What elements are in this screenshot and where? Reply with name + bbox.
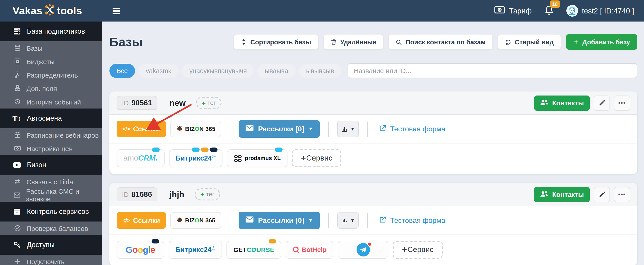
exchange-icon xyxy=(14,178,21,185)
search-contact-label: Поиск контакта по базам xyxy=(406,38,486,46)
sidebar-item-balance-check[interactable]: Проверка балансов xyxy=(0,222,102,235)
amocrm-label-1: amo xyxy=(123,154,138,162)
sidebar-item-extra-fields[interactable]: Доп. поля xyxy=(0,82,102,95)
integration-prodamus-button[interactable]: prodamus XL xyxy=(227,149,288,167)
mailings-dropdown-button[interactable]: Рассылки [0] ▼ xyxy=(239,120,320,138)
sidebar-item-tilda-link[interactable]: Связать с Tilda xyxy=(0,175,102,188)
test-form-link[interactable]: Тестовая форма xyxy=(379,124,445,134)
sidebar-item-label: Настройка цен xyxy=(26,144,73,152)
sidebar-section-service-control[interactable]: Контроль сервисов xyxy=(0,202,102,222)
notifications-button[interactable]: 10 xyxy=(544,5,554,17)
search-contact-button[interactable]: Поиск контакта по базам xyxy=(388,34,493,50)
status-badges xyxy=(152,148,160,152)
edit-base-button[interactable] xyxy=(594,187,610,202)
ellipsis-icon: ••• xyxy=(618,100,626,106)
add-service-button[interactable]: + Сервис xyxy=(292,149,342,167)
envelope-icon xyxy=(246,216,254,225)
integration-amocrm-button[interactable]: amoCRM. xyxy=(116,149,164,167)
integration-bothelp-button[interactable]: BotHelp xyxy=(286,241,334,259)
add-base-button[interactable]: Добавить базу xyxy=(566,34,637,50)
edit-base-button[interactable] xyxy=(594,95,610,110)
integration-bitrix24-button[interactable]: Битрикс24◷ xyxy=(168,241,222,259)
telegram-icon xyxy=(356,243,370,256)
divider xyxy=(328,121,329,136)
bothelp-icon xyxy=(292,246,300,253)
mailings-dropdown-button[interactable]: Рассылки [0] ▼ xyxy=(239,212,320,229)
sidebar-item-label: Подключить xyxy=(26,258,64,265)
filter-chip[interactable]: уцаеукывпацувычя xyxy=(182,64,254,78)
logo-text-1: Vakas xyxy=(12,5,42,17)
test-form-link[interactable]: Тестовая форма xyxy=(379,216,445,225)
user-label: test2 [ ID:4740 ] xyxy=(582,6,634,15)
links-button[interactable]: </> Ссылки xyxy=(116,212,166,229)
sidebar-section-bizon[interactable]: Бизон xyxy=(0,155,102,175)
bizon365-button[interactable]: BIZON 365 xyxy=(170,120,221,137)
sidebar-section-autochange[interactable]: T↕ Автосмена xyxy=(0,108,102,128)
sort-bases-button[interactable]: Сортировать базы xyxy=(234,34,318,50)
logo[interactable]: Vakas tools xyxy=(0,4,102,18)
stats-dropdown-button[interactable]: ▼ xyxy=(337,212,359,229)
more-options-button[interactable]: ••• xyxy=(614,187,630,202)
bizon365-button[interactable]: BIZON 365 xyxy=(170,212,221,229)
filter-chip[interactable]: vakasmk xyxy=(138,64,178,78)
integrations-row: Google Битрикс24◷ GETCOURSE BotHelp xyxy=(110,235,637,265)
contacts-button[interactable]: Контакты xyxy=(534,95,590,110)
caret-down-icon: ▼ xyxy=(350,127,355,131)
user-menu[interactable]: test2 [ ID:4740 ] xyxy=(566,5,634,16)
sidebar-item-distributor[interactable]: Распределитель xyxy=(0,68,102,82)
sidebar-item-label: Доп. поля xyxy=(26,84,57,92)
sidebar-item-sms-calls[interactable]: Рассылка СМС и звонков xyxy=(0,188,102,202)
divider xyxy=(230,213,230,228)
menu-toggle-button[interactable] xyxy=(112,8,120,14)
database-icon xyxy=(14,44,21,52)
sidebar-item-webinar-schedule[interactable]: Расписание вебинаров xyxy=(0,128,102,142)
integration-telegram-button[interactable] xyxy=(338,241,388,259)
ellipsis-icon: ••• xyxy=(618,192,626,197)
add-tag-button[interactable]: + тег xyxy=(195,188,220,200)
links-button[interactable]: </> Ссылки xyxy=(116,120,166,137)
filter-chip-all[interactable]: Все xyxy=(110,64,135,78)
bizon-label-b: BIZ xyxy=(185,126,195,132)
sidebar-item-price-settings[interactable]: Настройка цен xyxy=(0,142,102,155)
amocrm-label-2: CRM. xyxy=(138,154,158,162)
caret-down-icon: ▼ xyxy=(308,218,313,223)
code-icon: </> xyxy=(122,126,130,132)
sidebar-item-label: Проверка балансов xyxy=(26,224,88,232)
base-id-badge: ID 81686 xyxy=(116,188,158,201)
notifications-count-badge: 10 xyxy=(550,0,560,8)
server-rack-icon xyxy=(12,27,21,36)
google-letter: G xyxy=(126,244,132,254)
old-view-button[interactable]: Старый вид xyxy=(498,34,561,50)
tariff-link[interactable]: Тариф xyxy=(494,6,532,16)
more-options-button[interactable]: ••• xyxy=(614,95,630,110)
bizon-label-n: N xyxy=(199,217,204,224)
stats-dropdown-button[interactable]: ▼ xyxy=(337,120,359,137)
sidebar-item-connect[interactable]: Подключить xyxy=(0,255,102,265)
integration-getcourse-button[interactable]: GETCOURSE xyxy=(227,241,281,259)
bizon-label-num: 365 xyxy=(204,126,215,132)
add-service-button[interactable]: + Сервис xyxy=(393,241,443,259)
plus-icon: + xyxy=(202,99,206,107)
sidebar-section-accesses[interactable]: Доступы xyxy=(0,235,102,255)
integration-google-button[interactable]: Google xyxy=(116,241,164,259)
page-title: Базы xyxy=(110,35,142,49)
integration-bitrix24-button[interactable]: Битрикс24◷ xyxy=(169,149,222,167)
base-search-input[interactable] xyxy=(348,63,637,78)
sidebar-section-subscriber-base[interactable]: База подписчиков xyxy=(0,22,102,41)
deleted-bases-button[interactable]: Удалённые xyxy=(323,34,384,50)
sort-bases-label: Сортировать базы xyxy=(250,38,311,46)
contacts-button[interactable]: Контакты xyxy=(534,187,590,202)
filter-chip[interactable]: ываыва xyxy=(258,64,295,78)
google-letter: o xyxy=(138,244,143,254)
id-label: ID xyxy=(122,99,129,107)
tariff-label: Тариф xyxy=(509,6,532,15)
add-tag-label: тег xyxy=(208,100,216,106)
sidebar-item-bases[interactable]: Базы xyxy=(0,41,102,55)
add-tag-button[interactable]: + тег xyxy=(196,97,222,109)
filter-chip[interactable]: ывываыв xyxy=(299,64,341,78)
base-name: new xyxy=(170,98,186,108)
add-base-label: Добавить базу xyxy=(582,38,630,46)
sidebar-item-event-history[interactable]: История событий xyxy=(0,95,102,108)
sidebar-item-widgets[interactable]: Виджеты xyxy=(0,55,102,68)
main-content: Базы Сортировать базы xyxy=(102,22,644,265)
